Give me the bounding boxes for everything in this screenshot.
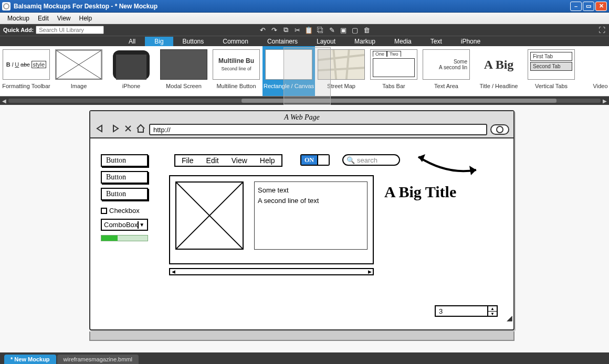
forward-icon[interactable] [109,124,121,135]
home-icon[interactable] [135,124,146,135]
stepper-down-icon[interactable]: ▼ [488,312,497,316]
menu-view2[interactable]: View [225,155,254,166]
scroll-right-icon[interactable]: ▶ [602,98,608,104]
window-title: Balsamiq Mockups For Desktop - * New Moc… [14,3,570,10]
menu-edit[interactable]: Edit [34,14,53,23]
browser-bottom-bar [89,331,514,341]
cat-containers[interactable]: Containers [258,37,307,46]
text-area-widget[interactable]: Some text A second line of text [254,181,368,250]
lib-rectangle[interactable]: Rectangle / Canvas [262,46,315,96]
group-icon[interactable]: ▣ [339,26,348,34]
stop-icon[interactable] [124,124,132,135]
cut-icon[interactable]: ✂ [293,26,301,34]
menu-help2[interactable]: Help [254,155,281,166]
lib-modal-screen[interactable]: Modal Screen [158,46,210,96]
big-title-widget[interactable]: A Big Title [384,183,456,201]
menu-view[interactable]: View [53,14,75,23]
dropdown-arrow-icon: ▼ [138,221,145,229]
doc-tab-new-mockup[interactable]: * New Mockup [4,355,56,364]
cat-text[interactable]: Text [421,37,452,46]
scroll-left-icon[interactable]: ◀ [1,98,7,104]
back-icon[interactable] [94,124,106,135]
content-box-widget[interactable]: Some text A second line of text [169,175,374,264]
redo-icon[interactable]: ↷ [270,26,278,34]
lib-label: Image [71,83,87,89]
lib-title-headline[interactable]: A Big Title / Headline [472,46,525,96]
copy-icon[interactable]: ⧉ [281,26,290,34]
cat-iphone[interactable]: iPhone [452,37,490,46]
cat-big[interactable]: Big [145,37,173,46]
browser-chrome: A Web Page http:// [90,111,513,138]
scroll-left-icon[interactable]: ◀ [170,269,176,274]
quick-add-input[interactable] [36,26,104,34]
library-scrollbar[interactable]: ◀ ▶ [0,97,609,105]
double-arrow-icon[interactable] [411,149,484,183]
stepper-up-icon[interactable]: ▲ [488,306,497,312]
app-menubar: Mockup Edit View Help [0,13,609,24]
image-placeholder-widget[interactable] [175,181,244,250]
checkbox-widget[interactable]: Checkbox [101,207,148,215]
go-button[interactable] [490,124,509,135]
thumb-title: A Big [475,49,522,80]
lib-vertical-tabs[interactable]: First TabSecond Tab Vertical Tabs [525,46,578,96]
lib-video-player[interactable]: Video Pl [578,46,609,96]
url-field[interactable]: http:// [149,124,487,135]
document-tabs: * New Mockup wireframesmagazine.bmml [0,352,609,364]
cat-markup[interactable]: Markup [345,37,385,46]
lib-image[interactable]: Image [52,46,105,96]
menu-file[interactable]: File [175,155,200,166]
combobox-widget[interactable]: ComboBox▼ [101,219,148,231]
ungroup-icon[interactable]: ▢ [351,26,359,34]
browser-window-widget[interactable]: A Web Page http:// Button Button Button … [89,110,514,330]
lib-formatting-toolbar[interactable]: B I U abc style Formatting Toolbar [0,46,52,96]
lib-iphone[interactable]: iPhone [105,46,158,96]
thumb-video [580,49,609,80]
lock-icon[interactable]: ✎ [328,26,336,34]
lib-label: Text Area [434,83,458,89]
lib-street-map[interactable]: Street Map [315,46,368,96]
browser-body: Button Button Button Checkbox ComboBox▼ … [90,138,513,323]
search-icon: 🔍 [346,156,355,164]
button-widget-2[interactable]: Button [101,171,148,184]
delete-icon[interactable]: 🗑 [362,26,371,34]
button-widget-1[interactable]: Button [101,154,148,167]
doc-tab-wireframes[interactable]: wireframesmagazine.bmml [57,355,139,364]
maximize-button[interactable]: ▭ [583,2,594,11]
menubar-widget[interactable]: File Edit View Help [174,154,282,167]
scroll-handle[interactable] [242,99,556,103]
fullscreen-icon[interactable]: ⛶ [597,26,606,34]
mockup-canvas[interactable]: A Web Page http:// Button Button Button … [0,105,609,352]
duplicate-icon[interactable]: ⿻ [316,26,324,34]
button-widget-3[interactable]: Button [101,188,148,200]
ui-library: B I U abc style Formatting Toolbar Image… [0,46,609,97]
lib-tabs-bar[interactable]: OneTwo Tabs Bar [368,46,420,96]
search-widget[interactable]: 🔍 search [342,154,400,166]
menu-edit2[interactable]: Edit [200,155,225,166]
paste-icon[interactable]: 📋 [304,26,313,34]
menu-mockup[interactable]: Mockup [3,14,34,23]
search-placeholder: search [357,156,377,164]
cat-media[interactable]: Media [385,37,421,46]
cat-all[interactable]: All [119,37,145,46]
horizontal-scrollbar-widget[interactable]: ◀ ▶ [169,268,374,275]
toggle-handle [317,155,329,165]
minimize-button[interactable]: – [570,2,582,11]
stepper-value[interactable]: 3 [436,306,487,316]
resize-handle-icon[interactable]: ◢ [507,314,512,322]
lib-text-area[interactable]: SomeA second lin Text Area [420,46,472,96]
scroll-right-icon[interactable]: ▶ [366,269,373,274]
progress-bar-widget[interactable] [101,235,148,241]
menu-help[interactable]: Help [75,14,97,23]
numeric-stepper-widget[interactable]: 3 ▲ ▼ [435,305,498,317]
cat-buttons[interactable]: Buttons [173,37,214,46]
toggle-widget[interactable]: ON [300,154,330,166]
undo-icon[interactable]: ↶ [258,26,267,34]
cat-common[interactable]: Common [213,37,258,46]
lib-label: iPhone [122,83,140,89]
category-tabs: All Big Buttons Common Containers Layout… [0,36,609,46]
thumb-modal [160,49,207,80]
cat-layout[interactable]: Layout [307,37,345,46]
lib-multiline-button[interactable]: Multiline BuSecond line of Multiline But… [210,46,262,96]
stepper-spinner: ▲ ▼ [487,306,497,316]
close-button[interactable]: ✕ [595,2,607,11]
